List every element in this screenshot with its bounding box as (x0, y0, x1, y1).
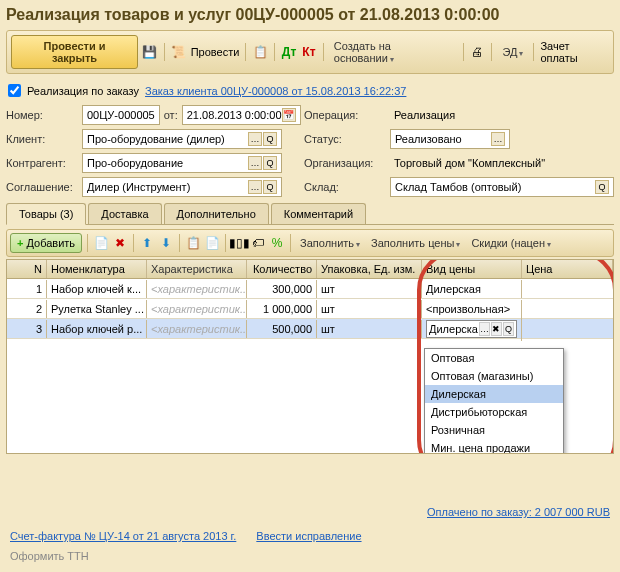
num-field[interactable]: 00ЦУ-000005 (82, 105, 160, 125)
order-link[interactable]: Заказ клиента 00ЦУ-000008 от 15.08.2013 … (145, 85, 406, 97)
dropdown-item[interactable]: Мин. цена продажи (425, 439, 563, 454)
fill-button[interactable]: Заполнить (296, 235, 364, 251)
sog-label: Соглашение: (6, 181, 76, 193)
percent-icon[interactable]: % (269, 235, 285, 251)
st-label: Статус: (304, 133, 384, 145)
table-row[interactable]: 2Рулетка Stanley ...<характеристик...1 0… (7, 299, 613, 319)
page-title: Реализация товаров и услуг 00ЦУ-000005 о… (6, 6, 614, 24)
table-row[interactable]: 1Набор ключей к...<характеристик...300,0… (7, 279, 613, 299)
calendar-icon[interactable]: 📅 (282, 108, 296, 122)
open-icon[interactable]: Q (263, 156, 277, 170)
invoice-link[interactable]: Счет-фактура № ЦУ-14 от 21 августа 2013 … (10, 530, 236, 542)
save-icon[interactable]: 💾 (142, 44, 158, 60)
print-icon[interactable]: 🖨 (470, 44, 486, 60)
by-order-checkbox[interactable] (8, 84, 21, 97)
add-button[interactable]: +Добавить (10, 233, 82, 253)
tab-delivery[interactable]: Доставка (88, 203, 161, 224)
clipboard-icon[interactable]: 📋 (185, 235, 201, 251)
col-pkg[interactable]: Упаковка, Ед. изм. (317, 260, 422, 278)
open-icon[interactable]: Q (263, 180, 277, 194)
up-icon[interactable]: ⬆ (139, 235, 155, 251)
select-icon[interactable]: … (248, 156, 262, 170)
create-based-button[interactable]: Создать на основании (330, 38, 457, 66)
cli-label: Клиент: (6, 133, 76, 145)
dtkt2-icon[interactable]: Кт (301, 44, 317, 60)
skl-label: Склад: (304, 181, 384, 193)
col-n[interactable]: N (7, 260, 47, 278)
tab-comment[interactable]: Комментарий (271, 203, 366, 224)
fix-link[interactable]: Ввести исправление (256, 530, 361, 542)
open-icon[interactable]: Q (263, 132, 277, 146)
st-field[interactable]: Реализовано… (390, 129, 510, 149)
col-cena[interactable]: Цена (522, 260, 613, 278)
col-nom[interactable]: Номенклатура (47, 260, 147, 278)
select-icon[interactable]: … (491, 132, 505, 146)
cli-field[interactable]: Про-оборудование (дилер)…Q (82, 129, 282, 149)
ttn-link[interactable]: Оформить ТТН (6, 546, 614, 566)
paid-link[interactable]: Оплачено по заказу: 2 007 000 RUB (427, 506, 610, 518)
tab-goods[interactable]: Товары (3) (6, 203, 86, 225)
col-price[interactable]: Вид цены (422, 260, 522, 278)
report-icon[interactable]: 📋 (252, 44, 268, 60)
open-icon[interactable]: Q (503, 322, 514, 336)
price-cell-edit[interactable]: Дилерска…✖Q (426, 320, 517, 338)
main-toolbar: Провести и закрыть 💾 📜 Провести 📋 Дт Кт … (6, 30, 614, 74)
payment-button[interactable]: Зачет оплаты (540, 40, 609, 64)
ka-field[interactable]: Про-оборудование…Q (82, 153, 282, 173)
ot-label: от: (164, 109, 178, 121)
num-label: Номер: (6, 109, 76, 121)
date-field[interactable]: 21.08.2013 0:00:00📅 (182, 105, 301, 125)
sog-field[interactable]: Дилер (Инструмент)…Q (82, 177, 282, 197)
op-field: Реализация (390, 105, 614, 125)
dropdown-item[interactable]: Оптовая (425, 349, 563, 367)
dropdown-item[interactable]: Оптовая (магазины) (425, 367, 563, 385)
tab-extra[interactable]: Дополнительно (164, 203, 269, 224)
tabs: Товары (3) Доставка Дополнительно Коммен… (6, 203, 614, 225)
down-icon[interactable]: ⬇ (158, 235, 174, 251)
dropdown-item[interactable]: Дилерская (425, 385, 563, 403)
plus-icon: + (17, 237, 23, 249)
org-label: Организация: (304, 157, 384, 169)
select-icon[interactable]: … (479, 322, 490, 336)
goods-grid[interactable]: N Номенклатура Характеристика Количество… (6, 259, 614, 454)
org-field: Торговый дом "Комплексный" (390, 153, 614, 173)
dropdown-item[interactable]: Розничная (425, 421, 563, 439)
post-label[interactable]: Провести (191, 46, 240, 58)
select-icon[interactable]: … (248, 132, 262, 146)
dropdown-item[interactable]: Дистрибьюторская (425, 403, 563, 421)
grid-toolbar: +Добавить 📄 ✖ ⬆ ⬇ 📋 📄 ▮▯▮ 🏷 % Заполнить … (6, 229, 614, 257)
copy-icon[interactable]: 📄 (93, 235, 109, 251)
col-qty[interactable]: Количество (247, 260, 317, 278)
delete-icon[interactable]: ✖ (112, 235, 128, 251)
post-close-button[interactable]: Провести и закрыть (11, 35, 138, 69)
tag-icon[interactable]: 🏷 (250, 235, 266, 251)
table-row[interactable]: 3Набор ключей р...<характеристик...500,0… (7, 319, 613, 339)
discounts-button[interactable]: Скидки (нацен (467, 235, 555, 251)
dtkt-icon[interactable]: Дт (281, 44, 297, 60)
price-dropdown[interactable]: ОптоваяОптовая (магазины)ДилерскаяДистри… (424, 348, 564, 454)
fill-prices-button[interactable]: Заполнить цены (367, 235, 464, 251)
skl-field[interactable]: Склад Тамбов (оптовый)Q (390, 177, 614, 197)
select-icon[interactable]: … (248, 180, 262, 194)
paste-icon[interactable]: 📄 (204, 235, 220, 251)
ed-button[interactable]: ЭД (498, 44, 527, 60)
post-icon[interactable]: 📜 (171, 44, 187, 60)
op-label: Операция: (304, 109, 384, 121)
open-icon[interactable]: Q (595, 180, 609, 194)
barcode-icon[interactable]: ▮▯▮ (231, 235, 247, 251)
col-char[interactable]: Характеристика (147, 260, 247, 278)
ka-label: Контрагент: (6, 157, 76, 169)
clear-icon[interactable]: ✖ (491, 322, 502, 336)
by-order-label: Реализация по заказу (27, 85, 139, 97)
